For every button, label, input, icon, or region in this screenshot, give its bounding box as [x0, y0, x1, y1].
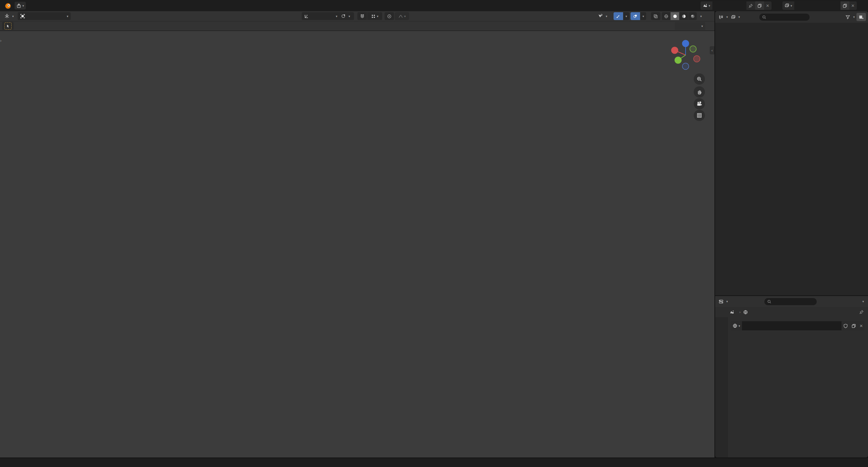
scene-selector: ▾ ✕	[701, 1, 772, 10]
topbar: ▾ ▾ ✕ ▾ ✕	[0, 0, 868, 11]
export-icon	[16, 3, 21, 8]
outliner-tree	[715, 23, 868, 24]
display-mode-icon	[731, 15, 736, 20]
proportional-falloff-dropdown[interactable]: ▾	[395, 12, 409, 20]
viewport-canvas[interactable]: › ‹	[0, 31, 714, 457]
properties-body: ▾ ✕	[728, 317, 868, 457]
pin-scene-button[interactable]	[746, 1, 755, 10]
properties-tabs	[715, 317, 728, 457]
unlink-world-button[interactable]: ✕	[858, 321, 865, 330]
scene-name-field[interactable]	[712, 1, 746, 10]
shading-wireframe-button[interactable]	[662, 12, 670, 20]
tool-settings-header: ▾	[0, 21, 714, 31]
gizmos-dropdown[interactable]: ▾	[623, 12, 629, 20]
properties-editor: ▾ ▾ › ▾ ✕	[715, 296, 868, 457]
options-dropdown[interactable]: ▾	[675, 22, 705, 30]
xray-toggle[interactable]	[651, 12, 660, 20]
camera-view-button[interactable]	[694, 98, 705, 109]
outliner-icon	[719, 15, 724, 20]
proportional-edit-toggle[interactable]	[385, 12, 394, 20]
overlays-toggle[interactable]	[631, 12, 640, 20]
mode-dropdown[interactable]: ▾	[18, 12, 71, 20]
outliner-editor-type-button[interactable]: ▾	[717, 13, 729, 21]
viewport-header: ▾ ▾ ▾ ▾ ▾ ▾ ▾ ▾ ▾	[0, 11, 714, 21]
unlink-scene-button[interactable]: ✕	[764, 1, 772, 10]
gizmos-toggle[interactable]	[614, 12, 623, 20]
new-scene-button[interactable]	[755, 1, 764, 10]
active-tool-button[interactable]	[2, 22, 14, 30]
viewport-scene	[0, 31, 714, 457]
viewlayer-selector: ▾ ✕	[782, 1, 857, 10]
viewlayer-name-field[interactable]	[794, 1, 840, 10]
pan-button[interactable]	[694, 86, 705, 98]
scene-icon	[703, 3, 708, 8]
new-viewlayer-button[interactable]	[840, 1, 849, 10]
viewlayer-icon	[784, 3, 790, 8]
viewlayer-browse-button[interactable]: ▾	[782, 1, 794, 10]
outliner-filter-button[interactable]: ▾	[844, 13, 856, 21]
outliner-header: ▾ ▾ ▾	[715, 11, 868, 23]
breadcrumb-world-icon	[743, 310, 748, 315]
visibility-icon	[598, 14, 603, 19]
snap-toggle[interactable]	[357, 12, 367, 20]
fake-user-button[interactable]	[842, 321, 850, 330]
outliner-display-mode-button[interactable]: ▾	[729, 13, 742, 21]
shading-material-button[interactable]	[679, 12, 688, 20]
object-mode-icon	[20, 14, 25, 19]
copy-world-button[interactable]	[850, 321, 858, 330]
editor-type-button[interactable]: ▾	[2, 12, 16, 20]
shading-dropdown[interactable]: ▾	[698, 12, 704, 20]
viewport-editor-icon	[4, 14, 10, 19]
shading-rendered-button[interactable]	[688, 12, 697, 20]
pivot-icon	[341, 14, 346, 19]
toggle-orthographic-button[interactable]	[694, 110, 705, 121]
breadcrumb-scene-icon	[729, 310, 734, 315]
orientation-dropdown[interactable]: ▾	[302, 12, 340, 20]
scene-browse-button[interactable]: ▾	[701, 1, 712, 10]
properties-editor-type-button[interactable]: ▾	[717, 298, 729, 306]
visibility-dropdown[interactable]: ▾	[596, 12, 610, 20]
outliner-editor: ▾ ▾ ▾	[715, 11, 868, 295]
world-datablock-row: ▾ ✕	[731, 321, 865, 330]
status-bar	[0, 458, 868, 467]
pin-id-icon[interactable]	[859, 310, 864, 314]
snap-to-dropdown[interactable]: ▾	[367, 12, 382, 20]
properties-breadcrumb: ›	[715, 307, 868, 317]
world-icon	[732, 323, 738, 328]
world-name-field[interactable]	[742, 321, 842, 330]
world-browse-button[interactable]: ▾	[731, 321, 742, 330]
outliner-search-input[interactable]	[759, 14, 810, 21]
zoom-button[interactable]	[694, 73, 705, 85]
shading-solid-button[interactable]	[671, 12, 679, 20]
overlays-dropdown[interactable]: ▾	[640, 12, 646, 20]
remove-viewlayer-button[interactable]: ✕	[849, 1, 857, 10]
blender-logo-icon[interactable]	[4, 2, 11, 9]
properties-search-input[interactable]	[764, 298, 817, 305]
filter-icon	[845, 15, 850, 20]
navigation-gizmo[interactable]	[669, 34, 703, 72]
overlay-collapse-icon[interactable]: ›	[0, 38, 2, 43]
sidebar-toggle[interactable]: ‹	[710, 46, 714, 54]
tweak-tool-icon	[4, 22, 12, 30]
export-dropdown-button[interactable]: ▾	[15, 2, 26, 10]
orientation-icon	[304, 14, 309, 19]
properties-header: ▾ ▾	[715, 296, 868, 307]
new-collection-button[interactable]	[856, 13, 866, 21]
pivot-point-dropdown[interactable]: ▾	[338, 12, 354, 20]
properties-icon	[719, 299, 724, 304]
